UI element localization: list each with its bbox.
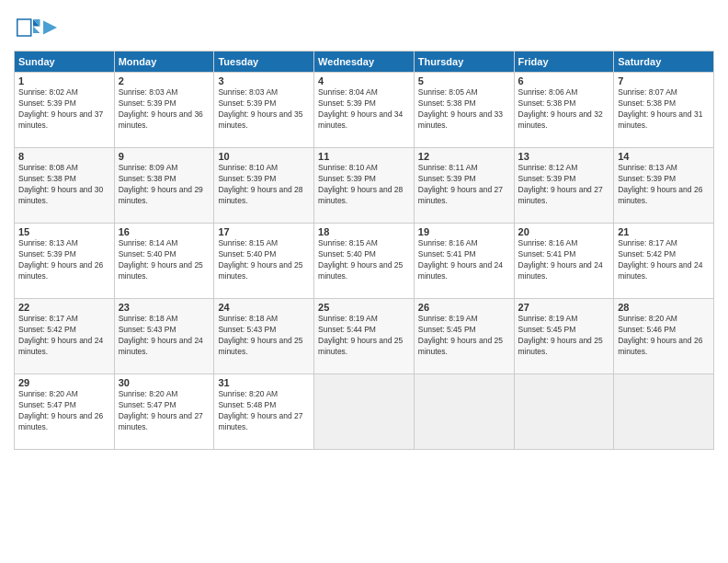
calendar-cell: 2Sunrise: 8:03 AMSunset: 5:39 PMDaylight…	[114, 73, 214, 148]
cell-info: Sunrise: 8:14 AMSunset: 5:40 PMDaylight:…	[119, 238, 203, 281]
calendar-cell: 24Sunrise: 8:18 AMSunset: 5:43 PMDayligh…	[214, 299, 314, 374]
day-number: 2	[119, 75, 210, 86]
cell-info: Sunrise: 8:15 AMSunset: 5:40 PMDaylight:…	[318, 238, 403, 281]
calendar-cell: 12Sunrise: 8:11 AMSunset: 5:39 PMDayligh…	[414, 148, 514, 224]
cell-info: Sunrise: 8:05 AMSunset: 5:38 PMDaylight:…	[418, 87, 503, 130]
calendar-week-row: 8Sunrise: 8:08 AMSunset: 5:38 PMDaylight…	[15, 148, 714, 224]
cell-info: Sunrise: 8:13 AMSunset: 5:39 PMDaylight:…	[618, 163, 702, 205]
day-number: 13	[518, 151, 610, 162]
cell-info: Sunrise: 8:19 AMSunset: 5:44 PMDaylight:…	[318, 314, 403, 356]
calendar-week-row: 22Sunrise: 8:17 AMSunset: 5:42 PMDayligh…	[15, 299, 714, 374]
day-number: 6	[518, 75, 610, 86]
day-number: 8	[18, 151, 110, 162]
calendar-cell: 4Sunrise: 8:04 AMSunset: 5:39 PMDaylight…	[314, 73, 415, 148]
day-number: 9	[119, 151, 210, 162]
day-number: 22	[18, 302, 110, 313]
day-number: 25	[318, 302, 410, 313]
logo: ▶	[14, 14, 56, 41]
cell-info: Sunrise: 8:08 AMSunset: 5:38 PMDaylight:…	[18, 163, 103, 205]
cell-info: Sunrise: 8:12 AMSunset: 5:39 PMDaylight:…	[518, 163, 603, 205]
calendar-cell: 28Sunrise: 8:20 AMSunset: 5:46 PMDayligh…	[614, 299, 714, 374]
cell-info: Sunrise: 8:16 AMSunset: 5:41 PMDaylight:…	[418, 238, 503, 281]
day-number: 4	[318, 75, 410, 86]
day-number: 29	[18, 377, 110, 388]
cell-info: Sunrise: 8:02 AMSunset: 5:39 PMDaylight:…	[18, 87, 103, 130]
day-number: 5	[418, 75, 510, 86]
weekday-header: Friday	[514, 52, 614, 73]
calendar-week-row: 15Sunrise: 8:13 AMSunset: 5:39 PMDayligh…	[15, 224, 714, 299]
weekday-header: Sunday	[15, 52, 115, 73]
calendar-cell: 13Sunrise: 8:12 AMSunset: 5:39 PMDayligh…	[514, 148, 614, 224]
day-number: 17	[218, 226, 310, 237]
day-number: 26	[418, 302, 510, 313]
calendar-body: 1Sunrise: 8:02 AMSunset: 5:39 PMDaylight…	[15, 73, 714, 450]
calendar-cell: 1Sunrise: 8:02 AMSunset: 5:39 PMDaylight…	[15, 73, 115, 148]
logo-icon	[14, 14, 41, 41]
calendar-cell	[614, 374, 714, 450]
calendar-cell: 9Sunrise: 8:09 AMSunset: 5:38 PMDaylight…	[114, 148, 214, 224]
cell-info: Sunrise: 8:20 AMSunset: 5:48 PMDaylight:…	[218, 389, 302, 431]
page-header: ▶	[14, 14, 714, 41]
calendar-cell: 27Sunrise: 8:19 AMSunset: 5:45 PMDayligh…	[514, 299, 614, 374]
cell-info: Sunrise: 8:20 AMSunset: 5:47 PMDaylight:…	[119, 389, 203, 431]
cell-info: Sunrise: 8:17 AMSunset: 5:42 PMDaylight:…	[18, 314, 103, 356]
calendar-week-row: 29Sunrise: 8:20 AMSunset: 5:47 PMDayligh…	[15, 374, 714, 450]
day-number: 23	[119, 302, 210, 313]
day-number: 7	[618, 75, 710, 86]
calendar-cell: 6Sunrise: 8:06 AMSunset: 5:38 PMDaylight…	[514, 73, 614, 148]
calendar-cell: 15Sunrise: 8:13 AMSunset: 5:39 PMDayligh…	[15, 224, 115, 299]
cell-info: Sunrise: 8:20 AMSunset: 5:46 PMDaylight:…	[618, 314, 702, 356]
calendar-cell: 19Sunrise: 8:16 AMSunset: 5:41 PMDayligh…	[414, 224, 514, 299]
cell-info: Sunrise: 8:10 AMSunset: 5:39 PMDaylight:…	[318, 163, 403, 205]
calendar-cell: 30Sunrise: 8:20 AMSunset: 5:47 PMDayligh…	[114, 374, 214, 450]
weekday-header: Wednesday	[314, 52, 415, 73]
cell-info: Sunrise: 8:16 AMSunset: 5:41 PMDaylight:…	[518, 238, 603, 281]
calendar-cell: 17Sunrise: 8:15 AMSunset: 5:40 PMDayligh…	[214, 224, 314, 299]
weekday-header: Monday	[114, 52, 214, 73]
day-number: 27	[518, 302, 610, 313]
calendar-cell: 29Sunrise: 8:20 AMSunset: 5:47 PMDayligh…	[15, 374, 115, 450]
cell-info: Sunrise: 8:19 AMSunset: 5:45 PMDaylight:…	[518, 314, 603, 356]
cell-info: Sunrise: 8:17 AMSunset: 5:42 PMDaylight:…	[618, 238, 702, 281]
calendar-cell: 22Sunrise: 8:17 AMSunset: 5:42 PMDayligh…	[15, 299, 115, 374]
day-number: 16	[119, 226, 210, 237]
cell-info: Sunrise: 8:18 AMSunset: 5:43 PMDaylight:…	[218, 314, 302, 356]
page-container: ▶ SundayMondayTuesdayWednesdayThursdayFr…	[0, 0, 728, 459]
cell-info: Sunrise: 8:20 AMSunset: 5:47 PMDaylight:…	[18, 389, 103, 431]
day-number: 3	[218, 75, 310, 86]
weekday-header: Saturday	[614, 52, 714, 73]
calendar-cell: 16Sunrise: 8:14 AMSunset: 5:40 PMDayligh…	[114, 224, 214, 299]
calendar-cell: 25Sunrise: 8:19 AMSunset: 5:44 PMDayligh…	[314, 299, 415, 374]
cell-info: Sunrise: 8:19 AMSunset: 5:45 PMDaylight:…	[418, 314, 503, 356]
day-number: 31	[218, 377, 310, 388]
cell-info: Sunrise: 8:03 AMSunset: 5:39 PMDaylight:…	[119, 87, 203, 130]
cell-info: Sunrise: 8:06 AMSunset: 5:38 PMDaylight:…	[518, 87, 603, 130]
day-number: 14	[618, 151, 710, 162]
calendar-cell: 10Sunrise: 8:10 AMSunset: 5:39 PMDayligh…	[214, 148, 314, 224]
calendar-table: SundayMondayTuesdayWednesdayThursdayFrid…	[14, 51, 714, 450]
calendar-cell: 5Sunrise: 8:05 AMSunset: 5:38 PMDaylight…	[414, 73, 514, 148]
calendar-cell	[414, 374, 514, 450]
calendar-cell: 23Sunrise: 8:18 AMSunset: 5:43 PMDayligh…	[114, 299, 214, 374]
calendar-header-row: SundayMondayTuesdayWednesdayThursdayFrid…	[15, 52, 714, 73]
day-number: 19	[418, 226, 510, 237]
calendar-cell: 11Sunrise: 8:10 AMSunset: 5:39 PMDayligh…	[314, 148, 415, 224]
calendar-cell: 7Sunrise: 8:07 AMSunset: 5:38 PMDaylight…	[614, 73, 714, 148]
calendar-cell: 20Sunrise: 8:16 AMSunset: 5:41 PMDayligh…	[514, 224, 614, 299]
cell-info: Sunrise: 8:13 AMSunset: 5:39 PMDaylight:…	[18, 238, 103, 281]
logo-text: ▶	[43, 18, 56, 37]
day-number: 21	[618, 226, 710, 237]
day-number: 12	[418, 151, 510, 162]
calendar-cell: 3Sunrise: 8:03 AMSunset: 5:39 PMDaylight…	[214, 73, 314, 148]
weekday-header: Tuesday	[214, 52, 314, 73]
day-number: 18	[318, 226, 410, 237]
cell-info: Sunrise: 8:10 AMSunset: 5:39 PMDaylight:…	[218, 163, 302, 205]
calendar-cell: 26Sunrise: 8:19 AMSunset: 5:45 PMDayligh…	[414, 299, 514, 374]
day-number: 15	[18, 226, 110, 237]
calendar-cell: 14Sunrise: 8:13 AMSunset: 5:39 PMDayligh…	[614, 148, 714, 224]
day-number: 20	[518, 226, 610, 237]
cell-info: Sunrise: 8:03 AMSunset: 5:39 PMDaylight:…	[218, 87, 302, 130]
cell-info: Sunrise: 8:18 AMSunset: 5:43 PMDaylight:…	[119, 314, 203, 356]
day-number: 30	[119, 377, 210, 388]
day-number: 1	[18, 75, 110, 86]
